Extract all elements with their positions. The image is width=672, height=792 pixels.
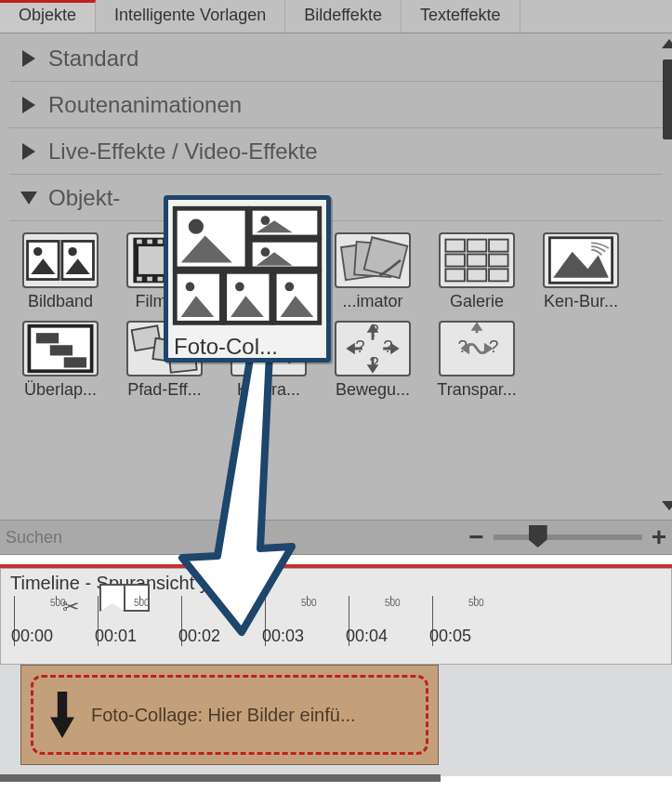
effect-label: Bewegu...	[336, 380, 410, 400]
timeline: Timeline - Spuransicht yboard ✂ 50000:00…	[0, 568, 672, 665]
toolbox-tabs: Objekte Intelligente Vorlagen Bildeffekt…	[0, 0, 672, 33]
clip-shadow	[0, 774, 441, 782]
scroll-down-icon[interactable]	[662, 501, 672, 510]
tab-texteffekte[interactable]: Texteffekte	[402, 0, 520, 33]
svg-rect-65	[250, 208, 320, 237]
svg-point-72	[235, 283, 244, 292]
svg-rect-12	[147, 277, 152, 282]
panel-scrollbar[interactable]	[663, 39, 672, 510]
zoom-in-icon[interactable]: +	[652, 524, 666, 550]
search-bar: − +	[0, 520, 672, 555]
svg-marker-57	[392, 345, 398, 351]
svg-rect-25	[445, 240, 465, 252]
effect-label: Transpar...	[437, 380, 516, 400]
effect-thumb	[335, 232, 411, 288]
clip-label: Foto-Collage: Hier Bilder einfü...	[91, 705, 356, 726]
zoom-thumb[interactable]	[529, 525, 547, 548]
effect-thumb: ??	[439, 321, 515, 376]
svg-rect-29	[468, 254, 487, 266]
scroll-up-icon[interactable]	[662, 39, 672, 48]
expand-icon	[22, 143, 35, 160]
effect-thumb	[439, 232, 515, 288]
tick-label: 00:05	[429, 627, 471, 646]
svg-text:?: ?	[489, 337, 498, 356]
svg-rect-13	[158, 277, 164, 282]
svg-rect-32	[468, 269, 487, 281]
tick-label: 00:00	[11, 627, 53, 646]
drag-direction-arrow-icon	[177, 344, 297, 641]
svg-marker-60	[473, 324, 480, 330]
tab-intelligente-vorlagen[interactable]: Intelligente Vorlagen	[96, 0, 285, 33]
svg-rect-27	[489, 240, 508, 252]
effect-label: Ken-Bur...	[544, 292, 618, 311]
effect-thumb: ????	[335, 321, 411, 376]
svg-rect-7	[147, 240, 152, 244]
effect-transparenz[interactable]: ?? Transpar...	[431, 321, 522, 400]
tick-label: 00:04	[346, 627, 388, 646]
tick-small: 500	[50, 598, 66, 608]
clip-fotocollage[interactable]: Foto-Collage: Hier Bilder einfü...	[20, 665, 439, 765]
category-label: Standard	[48, 46, 138, 72]
svg-point-70	[186, 283, 195, 292]
drop-arrow-icon	[50, 692, 74, 738]
category-objekt[interactable]: Objekt-	[9, 175, 663, 221]
svg-point-64	[189, 219, 204, 234]
timeline-ruler[interactable]: 50000:00 50000:01 50000:02 50000:03 5000…	[14, 596, 658, 646]
effect-label: ...imator	[342, 292, 402, 311]
category-routenanimationen[interactable]: Routenanimationen	[9, 82, 663, 128]
svg-rect-8	[158, 240, 164, 244]
timeline-track[interactable]: Foto-Collage: Hier Bilder einfü...	[0, 665, 672, 776]
scroll-thumb[interactable]	[663, 59, 672, 139]
tick-small: 500	[134, 598, 150, 608]
effect-ueberlappung[interactable]: Überlap...	[15, 321, 106, 400]
category-label: Objekt-	[48, 185, 120, 211]
dragged-label: Foto-Col...	[168, 332, 326, 358]
svg-rect-30	[489, 254, 508, 266]
expand-icon	[22, 97, 35, 113]
expand-icon	[22, 50, 35, 67]
svg-point-74	[285, 283, 295, 292]
effect-bewegung[interactable]: ???? Bewegu...	[327, 321, 418, 400]
svg-marker-55	[349, 345, 354, 351]
zoom-out-icon[interactable]: −	[468, 524, 483, 550]
effect-galerie[interactable]: Galerie	[431, 232, 522, 311]
tab-objekte[interactable]: Objekte	[0, 0, 96, 33]
effect-kenburns[interactable]: Ken-Bur...	[535, 232, 626, 311]
effect-thumb	[543, 232, 619, 288]
svg-rect-11	[137, 277, 142, 282]
tick-small: 500	[301, 598, 317, 608]
collapse-icon	[20, 191, 37, 205]
zoom-controls: − +	[468, 524, 666, 550]
svg-text:?: ?	[355, 337, 364, 356]
svg-point-66	[261, 216, 270, 225]
category-label: Live-Effekte / Video-Effekte	[48, 139, 318, 165]
svg-rect-37	[50, 345, 72, 355]
tab-bildeffekte[interactable]: Bildeffekte	[285, 0, 402, 33]
dragged-effect-fotocollage[interactable]: Foto-Col...	[164, 195, 331, 363]
svg-point-2	[33, 247, 42, 256]
svg-rect-26	[468, 240, 487, 252]
effect-thumb	[22, 232, 99, 288]
effect-animator[interactable]: ...imator	[327, 232, 418, 311]
effects-panel: Standard Routenanimationen Live-Effekte …	[0, 33, 672, 520]
tick-small: 500	[468, 598, 484, 608]
svg-point-68	[261, 247, 270, 257]
effects-grid: Bildband Filmst... ...imator Galerie	[9, 221, 663, 400]
dragged-thumb	[168, 200, 326, 332]
zoom-slider[interactable]	[494, 535, 642, 540]
tick-small: 500	[385, 598, 401, 608]
svg-rect-31	[445, 269, 465, 281]
svg-rect-36	[36, 333, 59, 343]
tick-label: 00:01	[95, 627, 137, 646]
effect-label: Galerie	[450, 292, 504, 311]
category-live-effekte[interactable]: Live-Effekte / Video-Effekte	[9, 128, 663, 175]
category-standard[interactable]: Standard	[9, 35, 663, 82]
svg-rect-38	[64, 357, 86, 367]
svg-rect-33	[489, 269, 508, 281]
svg-rect-6	[137, 240, 142, 244]
svg-point-3	[68, 247, 76, 256]
effect-bildband[interactable]: Bildband	[15, 232, 106, 311]
effect-label: Bildband	[28, 292, 93, 311]
svg-rect-28	[445, 254, 465, 266]
clip-dropzone[interactable]: Foto-Collage: Hier Bilder einfü...	[31, 675, 428, 755]
